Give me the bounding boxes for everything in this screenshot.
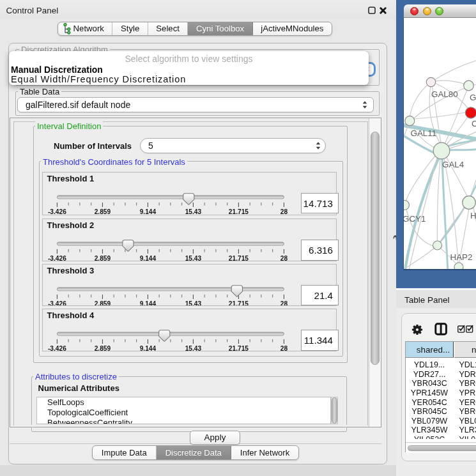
cell-name: YLR3: [459, 426, 476, 435]
apply-button[interactable]: Apply: [190, 431, 240, 445]
slider-thumb[interactable]: [123, 240, 134, 252]
network-node[interactable]: [405, 116, 415, 126]
table-data-combobox[interactable]: galFiltered.sif default node: [17, 97, 374, 112]
network-node[interactable]: [465, 107, 476, 118]
slider-thumb[interactable]: [183, 193, 194, 204]
network-node[interactable]: [404, 201, 410, 210]
table-row[interactable]: YER054CYER0: [406, 398, 476, 408]
threshold-slider[interactable]: -3.4262.8599.14415.4321.71528: [43, 265, 336, 306]
tab-network[interactable]: Network: [58, 22, 112, 35]
close-icon[interactable]: [380, 7, 387, 14]
threshold-panel-2: Threshold 2-3.4262.8599.14415.4321.71528…: [42, 219, 337, 261]
slider-tick-label: 9.144: [140, 300, 157, 305]
network-edge[interactable]: [431, 81, 464, 84]
attributes-list-scrollbar-thumb[interactable]: [332, 397, 338, 424]
network-canvas[interactable]: GAL80GACGAL11GAL4GCY1HHAP2: [404, 18, 476, 269]
float-window-icon[interactable]: [368, 6, 376, 15]
slider-tick-label: 28: [280, 255, 288, 261]
table-row[interactable]: YDL19...YDL1: [406, 360, 476, 370]
tab-discretize-data[interactable]: Discretize Data: [157, 446, 231, 459]
tab-label: Infer Network: [240, 448, 289, 457]
table: shared... na YDL19...YDL1YDR27...YDR2YBR…: [405, 341, 476, 452]
network-window-bottom-edge: [404, 269, 476, 270]
dropdown-item-equal-width[interactable]: Equal Width/Frequency Discretization: [10, 74, 368, 84]
threshold-slider[interactable]: -3.4262.8599.14415.4321.71528: [43, 173, 336, 215]
network-node[interactable]: [433, 241, 442, 250]
dropdown-prompt-item[interactable]: Select algorithm to view settings: [9, 54, 369, 64]
table-row[interactable]: YLR345WYLR3: [406, 426, 476, 435]
screen: Control Panel NetworkStyleSelectCyni Too…: [0, 0, 476, 476]
table-panel-title: Table Panel: [404, 295, 450, 305]
table-row[interactable]: YPR145WYPR1: [406, 388, 476, 398]
attribute-item[interactable]: TopologicalCoefficient: [37, 408, 330, 418]
threshold-value-field[interactable]: 11.344: [301, 330, 339, 351]
network-edge[interactable]: [437, 159, 440, 241]
table-row[interactable]: YBR043CYBR0: [406, 379, 476, 388]
horizontal-scrollbar-track[interactable]: [406, 442, 476, 453]
minimize-light-yellow[interactable]: [423, 7, 431, 15]
slider-thumb[interactable]: [159, 330, 170, 342]
network-window-titlebar[interactable]: [404, 4, 476, 18]
slider-tick-label: 28: [280, 345, 288, 351]
tab-label: Style: [121, 24, 139, 33]
checkbox-icon[interactable]: [457, 325, 466, 333]
slider-tick-label: 28: [280, 300, 288, 305]
network-node[interactable]: [426, 77, 435, 86]
threshold-coordinates-group-title: Threshold's Coordinates for 5 Intervals: [41, 157, 187, 167]
threshold-value-field[interactable]: 14.713: [301, 193, 339, 214]
network-node[interactable]: [433, 142, 450, 159]
slider-track[interactable]: [57, 288, 284, 291]
tab-jactivemnodules[interactable]: jActiveMNodules: [253, 22, 332, 35]
slider-thumb[interactable]: [231, 285, 242, 296]
close-light-red[interactable]: [410, 7, 418, 15]
tab-impute-data[interactable]: Impute Data: [93, 446, 157, 459]
table-panel-region: shared... na YDL19...YDL1YDR27...YDR2YBR…: [396, 308, 476, 476]
control-panel-titlebar: [0, 0, 396, 19]
desktop-background: GAL80GACGAL11GAL4GCY1HHAP2: [396, 0, 476, 289]
tab-label: jActiveMNodules: [261, 24, 323, 33]
tab-style[interactable]: Style: [112, 22, 148, 35]
vertical-scrollbar-thumb[interactable]: [371, 132, 380, 365]
threshold-slider[interactable]: -3.4262.8599.14415.4321.71528: [43, 309, 336, 351]
network-edge[interactable]: [410, 82, 432, 116]
slider-tick-label: 21.715: [229, 300, 249, 305]
threshold-value-field[interactable]: 21.4: [301, 285, 339, 306]
slider-track[interactable]: [57, 242, 284, 245]
attribute-item[interactable]: BetweennessCentrality: [37, 418, 330, 424]
split-columns-icon[interactable]: [434, 323, 447, 335]
slider-track[interactable]: [57, 196, 284, 199]
network-edge[interactable]: [431, 59, 476, 82]
network-node-label: GAL11: [411, 128, 437, 138]
horizontal-scrollbar-thumb[interactable]: [408, 445, 476, 451]
gear-icon[interactable]: [411, 324, 423, 335]
threshold-value-field[interactable]: 6.316: [301, 240, 339, 261]
slider-tick-label: 15.43: [185, 345, 202, 351]
network-node[interactable]: [454, 263, 463, 269]
tab-infer-network[interactable]: Infer Network: [231, 446, 298, 459]
network-node-label: GA: [470, 93, 476, 102]
checkbox-icon[interactable]: [466, 325, 474, 333]
num-intervals-value: 5: [148, 141, 153, 151]
table-row[interactable]: YBL079WYBL0: [406, 417, 476, 426]
table-row[interactable]: YDR27...YDR2: [406, 370, 476, 380]
tab-select[interactable]: Select: [148, 22, 188, 35]
network-node-label: GAL80: [431, 89, 458, 99]
attribute-item[interactable]: SelfLoops: [37, 397, 330, 408]
table-row[interactable]: YIL052CYIL0: [406, 435, 476, 439]
numerical-attributes-list[interactable]: SelfLoopsTopologicalCoefficientBetweenne…: [36, 397, 331, 424]
table-row[interactable]: YBR045CYBR0: [406, 407, 476, 417]
network-node[interactable]: [463, 196, 476, 210]
cell-shared-name: YDL19...: [406, 360, 454, 370]
threshold-slider[interactable]: -3.4262.8599.14415.4321.71528: [43, 219, 336, 261]
slider-track[interactable]: [57, 332, 284, 335]
tab-cyni-toolbox[interactable]: Cyni Toolbox: [188, 22, 252, 35]
num-intervals-combobox[interactable]: 5: [140, 138, 326, 153]
zoom-light-green[interactable]: [435, 7, 443, 15]
cell-shared-name: YBR043C: [406, 379, 454, 388]
table-header-shared[interactable]: shared...: [406, 342, 454, 358]
cell-name: YBR0: [459, 407, 476, 417]
table-header-name[interactable]: na: [454, 342, 476, 358]
network-node[interactable]: [464, 81, 474, 91]
network-edge[interactable]: [447, 117, 468, 144]
tab-label: Select: [156, 24, 180, 33]
